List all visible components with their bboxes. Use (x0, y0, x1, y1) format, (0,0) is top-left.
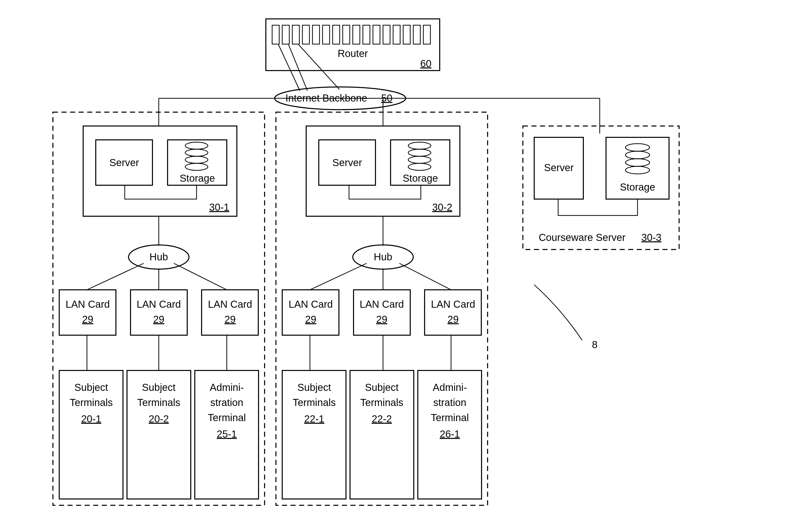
svg-rect-27 (323, 25, 330, 44)
router-label: Router (338, 48, 368, 59)
svg-rect-54 (201, 290, 258, 335)
svg-point-107 (625, 166, 650, 174)
svg-rect-51 (131, 290, 187, 335)
svg-rect-30 (353, 25, 360, 44)
lan-card: LAN Card 29 (131, 290, 187, 335)
storage-label: Storage (180, 173, 215, 184)
cluster1-ref: 30-1 (209, 202, 229, 213)
backbone-ref: 50 (381, 93, 392, 103)
svg-rect-79 (282, 290, 339, 335)
svg-text:20-1: 20-1 (81, 413, 101, 424)
cluster-1: Server Storage 30-1 Hub LAN Card 29 LAN … (53, 112, 265, 505)
storage-icon (625, 144, 650, 174)
svg-text:stration: stration (210, 397, 243, 408)
svg-rect-29 (343, 25, 350, 44)
svg-text:Subject: Subject (74, 382, 108, 393)
svg-text:Terminal: Terminal (208, 412, 246, 423)
svg-line-12 (310, 263, 367, 290)
server-label: Server (332, 157, 362, 168)
svg-rect-35 (403, 25, 410, 44)
svg-text:Terminals: Terminals (360, 397, 403, 408)
storage-icon (185, 142, 208, 170)
router-ref: 60 (420, 58, 432, 69)
courseware-label: Courseware Server (539, 232, 626, 243)
svg-text:Terminals: Terminals (70, 397, 113, 408)
storage-label: Storage (403, 173, 438, 184)
backbone-node: Internet Backbone 50 (275, 87, 406, 110)
lan-card: LAN Card 29 (201, 290, 258, 335)
hub-label: Hub (374, 251, 392, 262)
storage-label: Storage (620, 182, 655, 192)
figure-ref-lead: 8 (534, 285, 597, 350)
svg-rect-34 (393, 25, 400, 44)
terminal-box: Subject Terminals 20-2 (127, 370, 191, 499)
svg-text:29: 29 (82, 314, 94, 325)
svg-rect-26 (312, 25, 320, 44)
svg-rect-31 (363, 25, 370, 44)
svg-line-14 (400, 263, 451, 290)
svg-point-46 (185, 163, 208, 170)
cluster-3: Server Storage Courseware Server 30-3 (523, 126, 679, 249)
svg-text:Terminals: Terminals (137, 397, 180, 408)
svg-rect-82 (353, 290, 410, 335)
svg-rect-101 (523, 126, 679, 249)
server-label: Server (544, 162, 574, 173)
svg-point-106 (625, 159, 650, 166)
svg-text:22-1: 22-1 (304, 413, 324, 424)
svg-text:29: 29 (153, 314, 165, 325)
svg-text:22-2: 22-2 (372, 413, 392, 424)
figure-ref: 8 (592, 339, 597, 350)
svg-text:29: 29 (447, 314, 459, 325)
terminal-box: Admini- stration Terminal 26-1 (418, 370, 482, 499)
router-ports (272, 25, 430, 44)
svg-text:Admini-: Admini- (433, 382, 467, 393)
svg-rect-32 (373, 25, 380, 44)
svg-rect-37 (423, 25, 430, 44)
svg-text:LAN Card: LAN Card (137, 299, 181, 310)
cluster2-ref: 30-2 (432, 202, 452, 213)
svg-rect-85 (425, 290, 481, 335)
lan-card: LAN Card 29 (59, 290, 116, 335)
terminal-box: Subject Terminals 22-1 (282, 370, 346, 499)
lan-card: LAN Card 29 (425, 290, 481, 335)
svg-line-2 (298, 44, 340, 90)
svg-rect-23 (282, 25, 289, 44)
svg-point-44 (185, 149, 208, 156)
svg-rect-33 (383, 25, 390, 44)
router-node: Router 60 (266, 19, 440, 71)
svg-text:29: 29 (225, 314, 236, 325)
storage-icon (408, 142, 431, 170)
svg-text:LAN Card: LAN Card (360, 299, 404, 310)
svg-line-0 (278, 44, 300, 91)
svg-point-104 (625, 144, 650, 151)
svg-rect-25 (303, 25, 309, 44)
svg-text:Subject: Subject (142, 382, 175, 393)
svg-text:LAN Card: LAN Card (65, 299, 110, 310)
lan-card: LAN Card 29 (353, 290, 410, 335)
terminal-box: Subject Terminals 20-1 (59, 370, 123, 499)
courseware-ref: 30-3 (641, 232, 661, 243)
diagram-root: Router 60 Internet Backbone 50 Server St… (0, 0, 793, 532)
svg-rect-36 (413, 25, 420, 44)
svg-text:25-1: 25-1 (217, 429, 237, 439)
svg-text:20-2: 20-2 (149, 413, 169, 424)
lan-card: LAN Card 29 (282, 290, 339, 335)
svg-line-11 (174, 263, 227, 290)
svg-text:29: 29 (305, 314, 316, 325)
svg-text:stration: stration (433, 397, 466, 408)
svg-text:LAN Card: LAN Card (431, 299, 475, 310)
server-label: Server (109, 157, 139, 168)
svg-point-76 (408, 156, 431, 163)
svg-point-45 (185, 156, 208, 163)
terminal-box: Subject Terminals 22-2 (350, 370, 414, 499)
cluster-2: Server Storage 30-2 Hub LAN Card 29 LAN … (276, 112, 488, 505)
svg-text:Subject: Subject (365, 382, 399, 393)
svg-point-75 (408, 149, 431, 156)
svg-rect-28 (333, 25, 340, 44)
svg-text:Terminals: Terminals (293, 397, 336, 408)
svg-text:Admini-: Admini- (210, 382, 244, 393)
svg-rect-48 (59, 290, 116, 335)
svg-point-74 (408, 142, 431, 149)
svg-text:LAN Card: LAN Card (289, 299, 333, 310)
backbone-label: Internet Backbone (286, 93, 367, 103)
